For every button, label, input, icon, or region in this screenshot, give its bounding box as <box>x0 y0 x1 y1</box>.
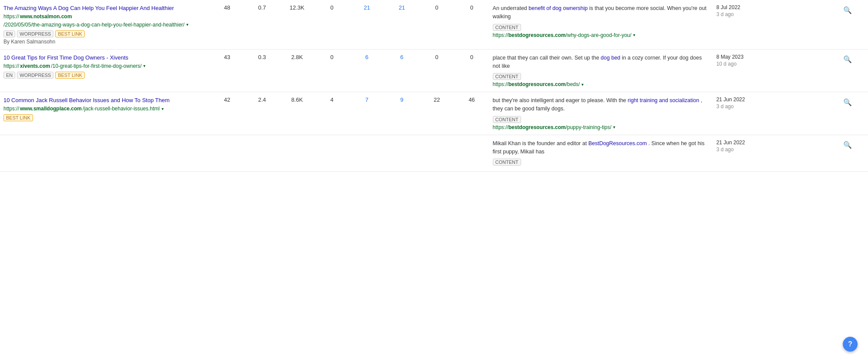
tag-label: EN <box>3 72 15 79</box>
second-snippet-cell: Mikail Khan is the founder and editor at… <box>489 135 713 172</box>
search-icon[interactable]: 🔍 <box>842 96 853 108</box>
row-search-icon-cell: 🔍 <box>838 0 868 49</box>
date-cell: 8 Jul 20223 d ago <box>713 0 783 49</box>
article-url: https://xivents.com/10-great-tips-for-fi… <box>3 63 206 70</box>
table-row: 10 Great Tips for First Time Dog Owners … <box>0 49 868 92</box>
tag-label: WORDPRESS <box>17 30 53 37</box>
col8-cell: 0 <box>454 49 489 92</box>
second-content-badge: CONTENT <box>493 159 521 166</box>
author-label: By Karen Salmansohn <box>3 39 206 45</box>
col3-cell: 2.8K <box>280 49 314 92</box>
col1-cell: 48 <box>210 0 244 49</box>
col8-cell: 0 <box>454 0 489 49</box>
second-date-main: 21 Jun 2022 <box>716 139 779 146</box>
ref-url-link[interactable]: https://bestdogresources.com/why-dogs-ar… <box>493 32 631 38</box>
snippet-text: place that they can call their own. Set … <box>493 54 710 70</box>
col2-cell: 0.3 <box>244 49 279 92</box>
tag-label: WORDPRESS <box>17 72 53 79</box>
content-badge: CONTENT <box>493 73 521 80</box>
snippet-text: An underrated benefit of dog ownership i… <box>493 4 710 21</box>
article-url: https://www.notsalmon.com/2020/05/05/the… <box>3 13 206 29</box>
snippet-cell: An underrated benefit of dog ownership i… <box>489 0 713 49</box>
ref-url-row: https://bestdogresources.com/beds/ ▾ <box>493 81 710 87</box>
col8-cell: 46 <box>454 92 489 135</box>
tag-label: EN <box>3 30 15 37</box>
ref-url-arrow[interactable]: ▾ <box>613 125 615 130</box>
col7-cell: 22 <box>419 92 454 135</box>
snippet-link[interactable]: dog bed <box>601 55 620 61</box>
col4-cell: 4 <box>314 92 349 135</box>
article-title-link[interactable]: 10 Great Tips for First Time Dog Owners … <box>3 54 206 62</box>
second-date-sub: 3 d ago <box>716 146 779 153</box>
snippet-cell: place that they can call their own. Set … <box>489 49 713 92</box>
date-cell: 8 May 202310 d ago <box>713 49 783 92</box>
ref-url-link[interactable]: https://bestdogresources.com/puppy-train… <box>493 124 611 130</box>
row-search-icon-cell: 🔍 <box>838 92 868 135</box>
date-cell: 21 Jun 20223 d ago <box>713 92 783 135</box>
col1-cell: 43 <box>210 49 244 92</box>
col7-cell: 0 <box>419 0 454 49</box>
col3-cell: 12.3K <box>280 0 314 49</box>
article-title-link[interactable]: 10 Common Jack Russell Behavior Issues a… <box>3 96 206 104</box>
row-search-icon-cell: 🔍 <box>838 49 868 92</box>
ref-url-row: https://bestdogresources.com/why-dogs-ar… <box>493 32 710 38</box>
col1-cell: 42 <box>210 92 244 135</box>
url-dropdown-arrow[interactable]: ▾ <box>186 22 188 28</box>
ref-url-arrow[interactable]: ▾ <box>581 82 584 87</box>
col4-cell: 0 <box>314 49 349 92</box>
second-date-cell: 21 Jun 20223 d ago <box>713 135 783 172</box>
tags-row: ENWORDPRESSBEST LINK <box>3 72 206 79</box>
best-link-tag: BEST LINK <box>3 114 33 121</box>
snippet-link[interactable]: benefit of dog ownership <box>528 5 587 11</box>
col5_blue-cell: 6 <box>350 49 384 92</box>
tags-row: ENWORDPRESSBEST LINK <box>3 30 206 37</box>
second-search-icon[interactable]: 🔍 <box>842 139 853 151</box>
ref-url-row: https://bestdogresources.com/puppy-train… <box>493 124 710 130</box>
url-dropdown-arrow[interactable]: ▾ <box>162 106 164 112</box>
date-sub: 3 d ago <box>716 11 779 17</box>
col6_blue-cell: 21 <box>384 0 419 49</box>
snippet-cell: but they're also intelligent and eager t… <box>489 92 713 135</box>
snippet-link[interactable]: right training and socialization <box>628 97 700 103</box>
table-row: 10 Common Jack Russell Behavior Issues a… <box>0 92 868 135</box>
col4-cell: 0 <box>314 0 349 49</box>
col6_blue-cell: 9 <box>384 92 419 135</box>
date-sub: 3 d ago <box>716 103 779 110</box>
ref-url-link[interactable]: https://bestdogresources.com/beds/ <box>493 81 580 87</box>
second-snippet-text: Mikail Khan is the founder and editor at… <box>493 139 710 156</box>
second-snippet-link[interactable]: BestDogResources.com <box>588 140 647 146</box>
col6_blue-cell: 6 <box>384 49 419 92</box>
article-title-link[interactable]: The Amazing Ways A Dog Can Help You Feel… <box>3 4 206 12</box>
date-sub: 10 d ago <box>716 61 779 67</box>
date-main: 8 May 2023 <box>716 54 779 60</box>
url-dropdown-arrow[interactable]: ▾ <box>143 63 145 69</box>
date-main: 21 Jun 2022 <box>716 96 779 103</box>
content-badge: CONTENT <box>493 24 521 31</box>
best-link-tag: BEST LINK <box>55 72 85 79</box>
content-badge: CONTENT <box>493 116 521 123</box>
col5_blue-cell: 21 <box>350 0 384 49</box>
second-search-icon-cell: 🔍 <box>838 135 868 172</box>
snippet-text: but they're also intelligent and eager t… <box>493 96 710 113</box>
col3-cell: 8.6K <box>280 92 314 135</box>
search-icon[interactable]: 🔍 <box>842 4 853 16</box>
table-row-secondary: Mikail Khan is the founder and editor at… <box>0 135 868 172</box>
tags-row: BEST LINK <box>3 114 206 121</box>
col2-cell: 2.4 <box>244 92 279 135</box>
best-link-tag: BEST LINK <box>55 30 85 37</box>
date-main: 8 Jul 2022 <box>716 4 779 10</box>
ref-url-arrow[interactable]: ▾ <box>633 33 635 37</box>
col5_blue-cell: 7 <box>350 92 384 135</box>
article-url: https://www.smalldogplace.com/jack-russe… <box>3 105 206 113</box>
search-icon[interactable]: 🔍 <box>842 54 853 65</box>
col2-cell: 0.7 <box>244 0 279 49</box>
col7-cell: 0 <box>419 49 454 92</box>
table-row: The Amazing Ways A Dog Can Help You Feel… <box>0 0 868 49</box>
